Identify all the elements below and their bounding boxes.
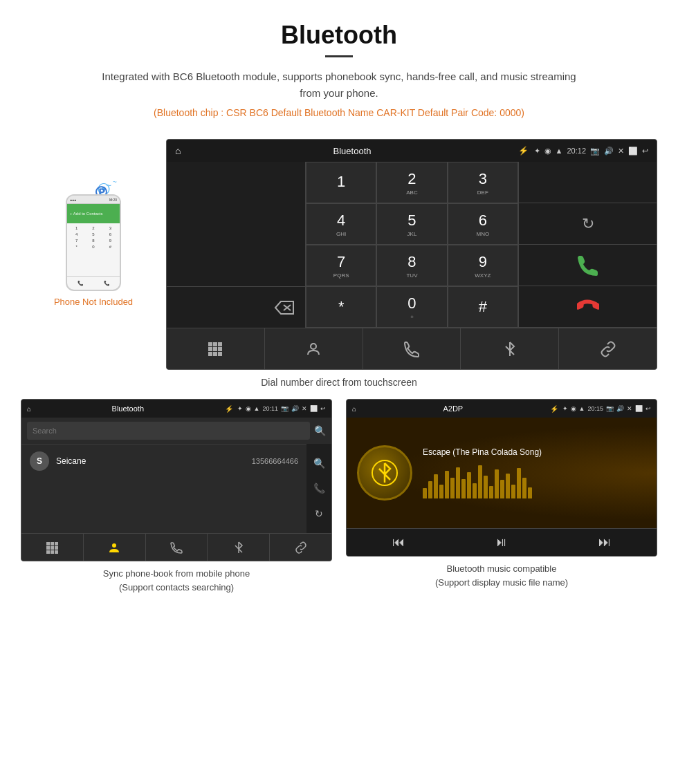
pb-search-row: 🔍 bbox=[21, 418, 331, 444]
eq-bar-1 bbox=[423, 488, 427, 498]
key-8-num: 8 bbox=[407, 253, 416, 271]
music-top-bar: ⌂ A2DP ⚡ ✦◉▲ 20:15 📷🔊✕⬜↩ bbox=[347, 400, 657, 418]
pb-bluetooth-icon[interactable] bbox=[208, 534, 270, 561]
music-note-icon bbox=[371, 459, 398, 487]
phone-body: ●●● M:20 + Add to Contacts 123 456 789 *… bbox=[66, 194, 121, 291]
bar-icons: ✦ ◉ ▲ 20:12 📷 🔊 ✕ ⬜ ↩ bbox=[534, 147, 648, 156]
dial-key-4[interactable]: 4 GHI bbox=[306, 203, 376, 245]
key-6-num: 6 bbox=[479, 212, 487, 230]
music-info: Escape (The Pina Colada Song) bbox=[423, 447, 646, 498]
eq-bar-2 bbox=[428, 481, 432, 498]
control-refresh[interactable]: ↻ bbox=[519, 203, 657, 245]
phone-icon bbox=[403, 341, 420, 357]
music-song-title: Escape (The Pina Colada Song) bbox=[423, 447, 646, 457]
dial-key-1[interactable]: 1 bbox=[306, 162, 376, 203]
pb-link-icon[interactable] bbox=[270, 534, 331, 561]
contacts-button[interactable] bbox=[265, 328, 363, 369]
dial-key-5[interactable]: 5 JKL bbox=[376, 203, 447, 245]
content-area: ⦿ ~ ~ ℗ ●●● M:20 + Add to Contacts bbox=[0, 139, 678, 608]
backspace-area[interactable] bbox=[167, 286, 305, 328]
pb-search-input[interactable] bbox=[27, 422, 310, 440]
key-9-sub: WXYZ bbox=[475, 272, 491, 279]
dial-key-6[interactable]: 6 MNO bbox=[448, 203, 518, 245]
svg-rect-21 bbox=[55, 546, 58, 550]
prev-track-button[interactable]: ⏮ bbox=[392, 535, 405, 550]
music-time: 20:15 bbox=[587, 405, 603, 412]
music-controls: ⏮ ⏯ ⏭ bbox=[347, 528, 657, 556]
signal-icon: ▲ bbox=[556, 147, 563, 156]
window-icon: ⬜ bbox=[628, 147, 638, 156]
grid-icon bbox=[207, 341, 223, 357]
pb-contact-row: S Seicane 13566664466 bbox=[21, 444, 306, 478]
svg-rect-20 bbox=[51, 546, 54, 550]
back-icon: ↩ bbox=[642, 147, 648, 156]
svg-rect-10 bbox=[213, 347, 217, 351]
backspace-icon bbox=[274, 300, 295, 315]
next-track-button[interactable]: ⏭ bbox=[598, 535, 611, 550]
dial-key-7[interactable]: 7 PQRS bbox=[306, 245, 376, 286]
svg-text:~: ~ bbox=[113, 178, 117, 186]
key-3-num: 3 bbox=[479, 170, 487, 188]
pb-call-action-icon[interactable]: 📞 bbox=[313, 483, 325, 494]
main-screenshot: ⌂ Bluetooth ⚡ ✦ ◉ ▲ 20:12 📷 🔊 ✕ ⬜ ↩ bbox=[166, 139, 657, 370]
phonebook-caption: Sync phone-book from mobile phone (Suppo… bbox=[21, 567, 332, 594]
pb-search-icon[interactable]: 🔍 bbox=[314, 425, 326, 436]
key-0-sub: + bbox=[410, 314, 414, 320]
phone-button[interactable] bbox=[363, 328, 461, 369]
key-6-sub: MNO bbox=[476, 231, 489, 237]
key-star-num: * bbox=[338, 298, 345, 316]
pb-bluetooth-icon-svg bbox=[232, 541, 245, 554]
link-button[interactable] bbox=[559, 328, 657, 369]
pb-person-icon-svg bbox=[108, 541, 120, 554]
music-content: Escape (The Pina Colada Song) bbox=[347, 418, 657, 528]
eq-bar-8 bbox=[461, 479, 466, 498]
main-screenshot-caption: Dial number direct from touchscreen bbox=[21, 377, 657, 388]
dial-key-hash[interactable]: # bbox=[448, 286, 518, 328]
call-red-icon bbox=[577, 296, 599, 318]
phone-top-bar: ●●● M:20 bbox=[67, 196, 120, 204]
eq-bar-19 bbox=[522, 478, 526, 498]
pb-contact-name: Seicane bbox=[56, 456, 245, 466]
music-caption: Bluetooth music compatible (Support disp… bbox=[346, 562, 657, 589]
page-description: Integrated with BC6 Bluetooth module, su… bbox=[97, 68, 581, 102]
pb-grid-icon[interactable] bbox=[21, 534, 84, 561]
dial-key-2[interactable]: 2 ABC bbox=[376, 162, 447, 203]
pb-top-bar: ⌂ Bluetooth ⚡ ✦◉▲ 20:11 📷🔊✕⬜↩ bbox=[21, 400, 331, 418]
pb-bottom-bar bbox=[21, 533, 331, 561]
camera-icon: 📷 bbox=[590, 147, 600, 156]
phone-screen: + Add to Contacts bbox=[67, 204, 120, 223]
eq-bar-15 bbox=[500, 480, 504, 498]
phone-bottom: 📞📞 bbox=[67, 276, 120, 290]
key-9-num: 9 bbox=[479, 253, 487, 271]
android-top-bar: ⌂ Bluetooth ⚡ ✦ ◉ ▲ 20:12 📷 🔊 ✕ ⬜ ↩ bbox=[167, 140, 657, 162]
control-call-green[interactable] bbox=[519, 245, 657, 286]
dial-key-8[interactable]: 8 TUV bbox=[376, 245, 447, 286]
control-call-red[interactable] bbox=[519, 286, 657, 328]
dial-key-9[interactable]: 9 WXYZ bbox=[448, 245, 518, 286]
eq-bar-5 bbox=[445, 471, 449, 498]
dial-key-3[interactable]: 3 DEF bbox=[448, 162, 518, 203]
dial-key-0[interactable]: 0 + bbox=[376, 286, 447, 328]
pb-right-icons: 🔍 📞 ↻ bbox=[306, 444, 331, 533]
svg-rect-24 bbox=[55, 550, 58, 554]
phone-not-included-label: Phone Not Included bbox=[54, 297, 133, 307]
dial-key-star[interactable]: * bbox=[306, 286, 376, 328]
pb-avatar: S bbox=[30, 451, 49, 471]
eq-bar-20 bbox=[528, 487, 532, 498]
music-usb-icon: ⚡ bbox=[550, 405, 558, 413]
pb-contact-number: 13566664466 bbox=[252, 457, 298, 465]
bluetooth-button[interactable] bbox=[461, 328, 559, 369]
pb-empty-space bbox=[21, 478, 306, 533]
pb-refresh-action-icon[interactable]: ↻ bbox=[315, 508, 323, 519]
phonebook-screenshot: ⌂ Bluetooth ⚡ ✦◉▲ 20:11 📷🔊✕⬜↩ 🔍 bbox=[21, 399, 332, 561]
play-pause-button[interactable]: ⏯ bbox=[495, 535, 508, 550]
pb-status-icons: ✦◉▲ 20:11 📷🔊✕⬜↩ bbox=[237, 405, 326, 412]
pb-person-active-icon[interactable] bbox=[84, 534, 146, 561]
pb-search-action-icon[interactable]: 🔍 bbox=[313, 458, 325, 469]
bluetooth-status-icon: ✦ bbox=[534, 147, 540, 156]
eq-bar-14 bbox=[495, 469, 499, 498]
top-section: ⦿ ~ ~ ℗ ●●● M:20 + Add to Contacts bbox=[21, 139, 657, 370]
refresh-icon: ↻ bbox=[582, 215, 594, 233]
pb-phone-icon[interactable] bbox=[146, 534, 208, 561]
dialpad-toggle-button[interactable] bbox=[167, 328, 265, 369]
